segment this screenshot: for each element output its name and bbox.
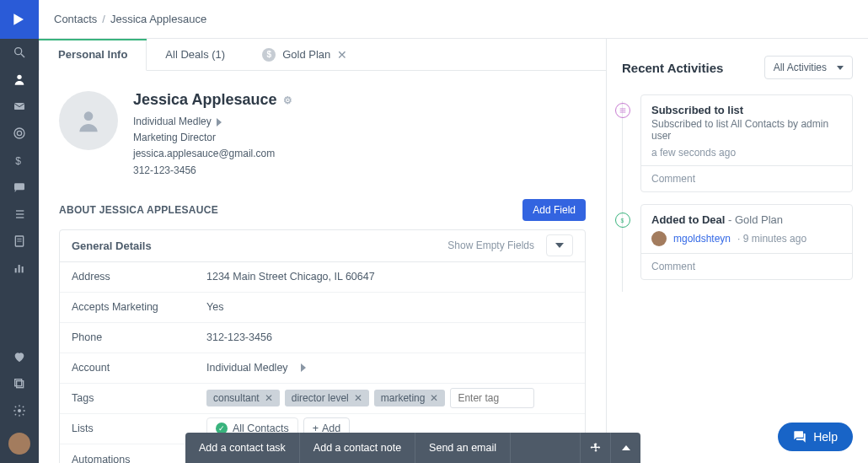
svg-rect-3 xyxy=(14,103,24,110)
contact-phone: 312-123-3456 xyxy=(133,163,196,179)
svg-text:$: $ xyxy=(15,155,21,167)
svg-point-4 xyxy=(14,128,24,138)
row-tags: Tags consultant✕ director level✕ marketi… xyxy=(60,384,585,414)
svg-point-19 xyxy=(18,409,21,412)
nav-chat-icon[interactable] xyxy=(0,174,39,201)
progress-indicator xyxy=(39,39,147,40)
show-empty-fields-link[interactable]: Show Empty Fields xyxy=(447,240,534,251)
tag-chip: director level✕ xyxy=(285,390,369,406)
svg-rect-14 xyxy=(15,268,17,272)
add-field-button[interactable]: Add Field xyxy=(522,199,586,221)
svg-rect-21 xyxy=(620,109,626,110)
svg-point-5 xyxy=(17,131,21,135)
action-bar: Add a contact task Add a contact note Se… xyxy=(185,433,640,463)
app-logo[interactable] xyxy=(0,0,39,39)
nav-deals-icon[interactable]: $ xyxy=(0,147,39,174)
nav-search-icon[interactable] xyxy=(0,39,39,66)
collapse-toggle[interactable] xyxy=(546,234,573,256)
contact-avatar xyxy=(59,91,118,150)
contact-name: Jessica Applesauce ⚙ xyxy=(133,91,292,109)
tab-bar: Personal Info All Deals (1) $ Gold Plan … xyxy=(39,39,606,71)
tab-all-deals[interactable]: All Deals (1) xyxy=(147,39,244,70)
nav-mail-icon[interactable] xyxy=(0,93,39,120)
help-button[interactable]: Help xyxy=(778,423,853,451)
close-icon[interactable]: ✕ xyxy=(337,48,347,62)
svg-rect-7 xyxy=(14,183,24,190)
nav-target-icon[interactable] xyxy=(0,120,39,147)
tab-label: Gold Plan xyxy=(282,48,330,61)
row-address: Address 1234 Main Street Chicago, IL 606… xyxy=(60,262,585,293)
activity-time: a few seconds ago xyxy=(651,147,842,159)
add-note-button[interactable]: Add a contact note xyxy=(300,433,415,463)
svg-rect-17 xyxy=(17,381,24,388)
breadcrumb: Contacts / Jessica Applesauce xyxy=(39,0,868,39)
chevron-right-icon xyxy=(217,118,222,127)
nav-settings-icon[interactable] xyxy=(0,397,39,424)
svg-text:$: $ xyxy=(621,218,624,223)
tab-label: Personal Info xyxy=(58,48,127,61)
tag-chip: consultant✕ xyxy=(206,390,280,406)
panel-title: General Details xyxy=(72,240,447,252)
remove-tag-icon[interactable]: ✕ xyxy=(265,392,273,404)
timeline-line xyxy=(622,101,623,292)
svg-line-1 xyxy=(21,54,24,57)
remove-tag-icon[interactable]: ✕ xyxy=(430,392,438,404)
activity-user[interactable]: mgoldshteyn xyxy=(673,233,731,245)
send-email-button[interactable]: Send an email xyxy=(415,433,511,463)
svg-rect-18 xyxy=(15,380,22,386)
remove-tag-icon[interactable]: ✕ xyxy=(354,392,362,404)
user-avatar[interactable] xyxy=(8,433,30,455)
svg-point-0 xyxy=(15,48,22,55)
tab-gold-plan[interactable]: $ Gold Plan ✕ xyxy=(244,39,366,70)
activity-title: Added to Deal - Gold Plan xyxy=(651,213,842,226)
contact-email: jessica.applesauce@gmail.com xyxy=(133,146,275,162)
row-accepts-marketing: Accepts Marketing Yes xyxy=(60,293,585,323)
chevron-right-icon xyxy=(301,363,306,372)
svg-rect-23 xyxy=(620,112,626,113)
move-icon[interactable] xyxy=(580,433,610,463)
activity-title: Subscribed to list xyxy=(651,104,842,116)
gear-icon[interactable]: ⚙ xyxy=(283,94,292,106)
dollar-icon: $ xyxy=(262,48,276,62)
collapse-icon[interactable] xyxy=(610,433,640,463)
add-task-button[interactable]: Add a contact task xyxy=(185,433,300,463)
svg-rect-15 xyxy=(19,265,20,272)
breadcrumb-root[interactable]: Contacts xyxy=(54,13,97,25)
svg-point-20 xyxy=(84,111,94,121)
dollar-icon: $ xyxy=(615,213,630,228)
tab-label: All Deals (1) xyxy=(165,48,225,61)
activity-description: Subscribed to list All Contacts by admin… xyxy=(651,118,842,142)
svg-rect-22 xyxy=(620,110,626,111)
activities-filter-dropdown[interactable]: All Activities xyxy=(764,56,853,79)
profile-header: Jessica Applesauce ⚙ Individual Medley M… xyxy=(59,91,586,179)
list-icon xyxy=(615,103,630,118)
about-heading: ABOUT JESSICA APPLESAUCE xyxy=(59,204,218,216)
breadcrumb-separator: / xyxy=(102,13,105,25)
comment-link[interactable]: Comment xyxy=(641,253,852,279)
nav-reports-icon[interactable] xyxy=(0,255,39,282)
nav-doc-icon[interactable] xyxy=(0,228,39,255)
user-avatar-icon xyxy=(651,231,667,246)
nav-copy-icon[interactable] xyxy=(0,370,39,397)
tag-chip: marketing✕ xyxy=(374,390,446,406)
caret-down-icon xyxy=(837,66,844,70)
contact-title: Marketing Director xyxy=(133,130,216,146)
contact-company[interactable]: Individual Medley xyxy=(133,114,212,130)
tag-input[interactable] xyxy=(450,388,534,408)
breadcrumb-current: Jessica Applesauce xyxy=(110,13,206,25)
row-account: Account Individual Medley xyxy=(60,353,585,384)
activity-item: $ Added to Deal - Gold Plan mgoldshteyn … xyxy=(640,204,853,280)
nav-favorite-icon[interactable] xyxy=(0,343,39,370)
nav-contacts-icon[interactable] xyxy=(0,66,39,93)
comment-link[interactable]: Comment xyxy=(641,165,852,191)
svg-point-2 xyxy=(17,75,21,79)
tab-personal-info[interactable]: Personal Info xyxy=(39,39,147,71)
row-phone: Phone 312-123-3456 xyxy=(60,323,585,353)
sidebar: $ xyxy=(0,39,39,463)
general-details-panel: General Details Show Empty Fields Addres… xyxy=(59,229,586,463)
svg-rect-16 xyxy=(22,266,24,272)
nav-list-icon[interactable] xyxy=(0,201,39,228)
activity-item: Subscribed to list Subscribed to list Al… xyxy=(640,94,853,192)
activities-heading: Recent Activities xyxy=(622,61,723,75)
